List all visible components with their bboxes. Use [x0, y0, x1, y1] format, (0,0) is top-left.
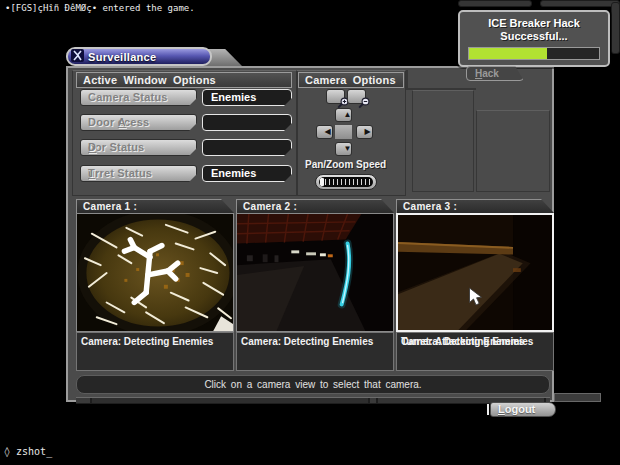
chat-message: •[FGS]çHîñ ĐêMØç• entered the game. [5, 3, 195, 13]
camera-1-header: Camera 1 : [76, 199, 234, 213]
slider-handle[interactable] [320, 178, 324, 186]
camera-2-caption: Camera: Detecting Enemies [236, 332, 394, 371]
camera-2-panel: Camera 2 : [236, 199, 394, 371]
game-screen: •[FGS]çHîñ ĐêMØç• entered the game. ICE … [0, 0, 620, 465]
arrow-up-icon: ▲ [344, 109, 352, 121]
camera-3-image [398, 215, 552, 330]
camera-status-value[interactable]: Enemies [202, 89, 292, 106]
arrow-left-icon: ◀ [325, 126, 331, 138]
camera-3-view[interactable] [396, 213, 554, 332]
window-title-tab[interactable]: Surveillance [66, 47, 212, 66]
panel-decor-line [406, 70, 408, 90]
camera-2-image [237, 214, 393, 331]
pan-left-button[interactable]: ◀ [316, 125, 333, 139]
logout-tick [487, 404, 489, 415]
chrome-segment [90, 398, 370, 403]
camera-status-button[interactable]: Camera Status [80, 89, 197, 106]
camera-1-status: Camera: Detecting Enemies [81, 336, 213, 347]
hack-button[interactable]: Hack [466, 66, 524, 81]
ice-breaker-title: ICE Breaker Hack Successful... [460, 17, 608, 43]
camera-3-header: Camera 3 : [396, 199, 554, 213]
camera-1-image [77, 214, 233, 331]
zoom-in-button[interactable] [326, 89, 345, 104]
door-access-button[interactable]: Door Access [80, 114, 197, 131]
surveillance-logo-icon [71, 48, 84, 66]
hack-progress-bar [468, 47, 600, 60]
surveillance-window: Active Window Options Camera Options Cam… [66, 66, 554, 402]
logout-button[interactable]: Logout [490, 402, 556, 417]
pan-right-button[interactable]: ▶ [356, 125, 373, 139]
pan-zoom-speed-label: Pan/Zoom Speed [305, 159, 386, 170]
camera-2-header: Camera 2 : [236, 199, 394, 213]
arrow-down-icon: ▼ [344, 143, 352, 155]
zoom-out-button[interactable] [347, 89, 366, 104]
camera-1-caption: Camera: Detecting Enemies [76, 332, 234, 371]
camera-1-view[interactable] [76, 213, 234, 332]
door-status-button[interactable]: Door Status [80, 139, 197, 156]
background-decor [458, 0, 532, 7]
camera-3-caption: Camera: Detecting Enemies Turret: Attack… [396, 332, 554, 371]
console-prompt: ◊ zshot_ [4, 446, 52, 457]
camera-3-panel: Camera 3 : Camera: Detecting Enemies Tur… [396, 199, 554, 371]
hack-progress-fill [469, 48, 547, 59]
panel-decor [412, 90, 474, 192]
panel-decor [476, 110, 550, 192]
turret-status-value[interactable]: Enemies [202, 165, 292, 182]
arrow-right-icon: ▶ [365, 126, 371, 138]
active-window-options-header: Active Window Options [76, 72, 292, 88]
footer-hint: Click on a camera view to select that ca… [76, 375, 550, 394]
pan-zoom-speed-slider[interactable] [315, 174, 377, 190]
background-decor [611, 2, 620, 54]
window-title: Surveillance [88, 51, 156, 63]
turret-status-button[interactable]: Turret Status [80, 165, 197, 182]
window-chrome-strip-right [554, 393, 601, 402]
door-status-value[interactable] [202, 139, 292, 156]
door-access-value[interactable] [202, 114, 292, 131]
camera-2-view[interactable] [236, 213, 394, 332]
slider-track [319, 177, 373, 187]
panel-decor-line [406, 88, 476, 90]
camera-3-turret-status: Turret: Attacking Enemies [401, 336, 524, 347]
window-chrome-strip [76, 397, 550, 404]
camera-1-panel: Camera 1 : [76, 199, 234, 371]
camera-2-status: Camera: Detecting Enemies [241, 336, 373, 347]
pan-down-button[interactable]: ▼ [335, 142, 352, 156]
dpad-center [334, 124, 353, 140]
pan-up-button[interactable]: ▲ [335, 108, 352, 122]
camera-options-header: Camera Options [298, 72, 404, 88]
background-decor [540, 0, 620, 7]
slider-ticks [325, 179, 371, 185]
ice-breaker-popup: ICE Breaker Hack Successful... [458, 10, 610, 67]
